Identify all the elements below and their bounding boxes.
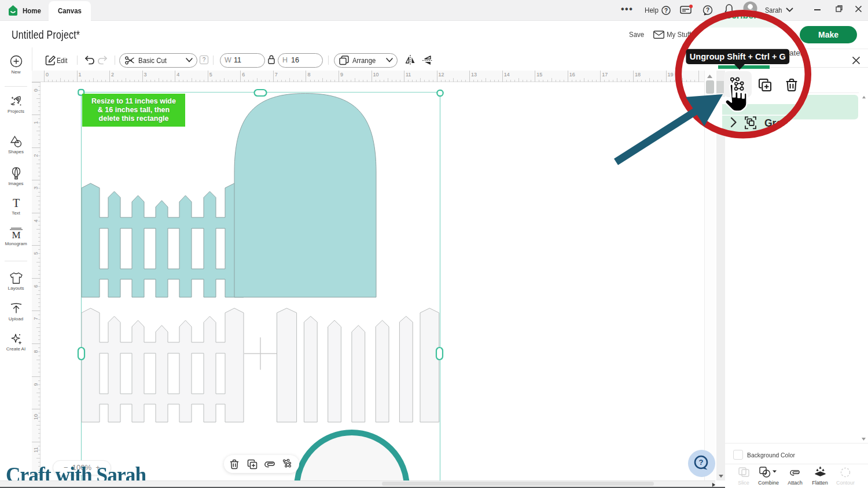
svg-text:Ungroup Shift + Ctrl + G: Ungroup Shift + Ctrl + G xyxy=(690,52,786,61)
